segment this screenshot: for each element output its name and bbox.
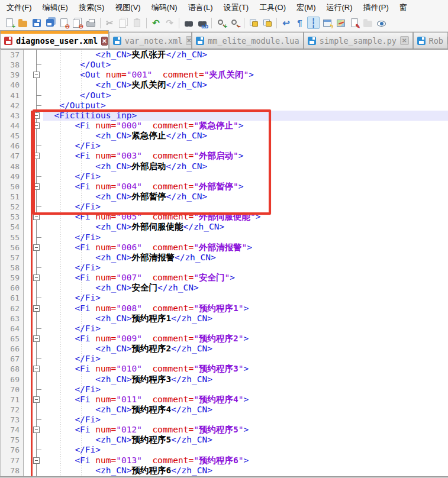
code-text: <Fi num="010" comment="预约程序3">: [43, 364, 448, 374]
fold-margin: [24, 466, 43, 476]
tab-title: mm_elite_module.lua: [208, 36, 299, 46]
line-number: 46: [1, 141, 24, 151]
tab-close-icon[interactable]: ✕: [400, 36, 409, 45]
zoom-in-button[interactable]: +: [215, 17, 227, 29]
modified-marker: [31, 263, 33, 273]
copy-button[interactable]: [117, 17, 130, 29]
redo-icon: ↷: [166, 18, 173, 27]
fold-collapse-icon[interactable]: [33, 396, 40, 403]
line-number: 51: [1, 192, 24, 202]
close-button[interactable]: ⊖: [57, 17, 70, 29]
menu-item-6[interactable]: 设置(T): [218, 1, 254, 15]
close-all-button[interactable]: ⊖: [71, 17, 83, 29]
new-file-button[interactable]: +: [3, 17, 15, 29]
menu-item-8[interactable]: 宏(M): [291, 1, 321, 15]
fold-collapse-icon[interactable]: [33, 366, 40, 372]
menu-item-0[interactable]: 文件(F): [1, 1, 37, 15]
fold-margin: [24, 385, 43, 395]
modified-marker: [31, 425, 33, 435]
macro-record-button[interactable]: ✎: [348, 17, 360, 29]
code-text: <zh_CN>外部伺服使能</zh_CN>: [43, 222, 448, 232]
tab-Rob[interactable]: Rob✕: [413, 32, 448, 49]
code-line: 38 </Out>: [1, 60, 448, 70]
code-text: <zh_CN>预约程序3</zh_CN>: [43, 374, 448, 385]
fold-margin: [24, 456, 43, 466]
undo-button[interactable]: ↶: [150, 17, 162, 29]
folder-workspace-button[interactable]: [362, 17, 374, 29]
indent-guide-button[interactable]: ┆: [307, 17, 320, 29]
save-button[interactable]: [30, 17, 43, 29]
fold-margin: [24, 91, 43, 101]
fold-margin: [24, 395, 43, 405]
fold-collapse-icon[interactable]: [33, 305, 40, 312]
modified-marker: [31, 273, 33, 283]
cut-icon: ✂: [106, 18, 114, 27]
print-button[interactable]: [85, 17, 97, 29]
sync-horizontal-icon: [263, 20, 272, 27]
fold-collapse-icon[interactable]: [33, 72, 40, 78]
line-number: 74: [1, 425, 24, 435]
paste-button[interactable]: [131, 17, 143, 29]
tab-mm_elite_module.lua[interactable]: mm_elite_module.lua✕: [192, 32, 304, 49]
save-all-button[interactable]: [44, 17, 56, 29]
fold-collapse-icon[interactable]: [33, 335, 40, 342]
menu-item-2[interactable]: 搜索(S): [73, 1, 109, 15]
replace-button[interactable]: ab: [196, 17, 208, 29]
fold-end-tick: [37, 64, 41, 65]
tab-diagnose_user.xml[interactable]: diagnose_user.xml✕: [0, 30, 109, 49]
function-list-button[interactable]: ϟ: [321, 17, 333, 29]
menu-item-10[interactable]: 插件(P): [358, 1, 394, 15]
code-text: <zh_CN>预约程序4</zh_CN>: [43, 405, 448, 415]
fold-collapse-icon[interactable]: [33, 244, 40, 251]
line-number: 69: [1, 374, 24, 385]
modified-marker: [31, 395, 33, 405]
code-line: 73 </Fi>: [1, 415, 448, 425]
annotation-red-rectangle: [33, 109, 271, 215]
sync-vertical-button[interactable]: [247, 17, 260, 29]
fold-collapse-icon[interactable]: [33, 274, 40, 281]
menu-item-9[interactable]: 运行(R): [321, 1, 357, 15]
badge-icon: −: [237, 24, 241, 30]
menu-item-3[interactable]: 视图(V): [109, 1, 146, 15]
tab-simple_sample.py[interactable]: simple_sample.py✕: [304, 32, 413, 49]
line-number: 63: [1, 314, 24, 324]
zoom-out-button[interactable]: −: [228, 17, 241, 29]
line-number: 72: [1, 405, 24, 415]
menu-item-5[interactable]: 语言(L): [183, 1, 218, 15]
code-text: </Fi>: [43, 385, 448, 395]
save-icon: [33, 19, 41, 27]
fold-margin: [24, 222, 43, 232]
code-line: 72 <zh_CN>预约程序4</zh_CN>: [1, 405, 448, 415]
word-wrap-button[interactable]: ↩: [280, 17, 292, 29]
modified-marker: [31, 324, 33, 334]
code-line: 68 <Fi num="010" comment="预约程序3">: [1, 364, 448, 374]
line-number: 49: [1, 172, 24, 182]
monitoring-button[interactable]: [375, 17, 388, 29]
find-button[interactable]: [182, 17, 195, 29]
menu-item-11[interactable]: 窗: [394, 1, 412, 15]
modified-marker: [31, 283, 33, 293]
fold-margin: [24, 283, 43, 293]
code-line: 60 <zh_CN>安全门</zh_CN>: [1, 283, 448, 293]
fold-collapse-icon[interactable]: [33, 457, 40, 464]
menu-item-7[interactable]: 工具(O): [254, 1, 291, 15]
tab-close-icon[interactable]: ✕: [101, 37, 107, 46]
show-all-chars-button[interactable]: ¶: [294, 17, 306, 29]
line-number: 42: [1, 101, 24, 111]
fold-line: [36, 314, 37, 324]
open-file-button[interactable]: [17, 17, 29, 29]
menu-item-4[interactable]: 编码(N): [146, 1, 183, 15]
document-map-button[interactable]: [334, 17, 347, 29]
fold-collapse-icon[interactable]: [33, 427, 40, 433]
fold-margin: [24, 324, 43, 334]
find-icon: [185, 21, 193, 27]
print-icon: [86, 21, 95, 27]
sync-horizontal-button[interactable]: [261, 17, 273, 29]
code-line: 69 <zh_CN>预约程序3</zh_CN>: [1, 374, 448, 385]
cut-button[interactable]: ✂: [104, 17, 116, 29]
tab-var_note.xml[interactable]: var_note.xml✕: [109, 32, 192, 49]
code-text: <Fi num="007" comment="安全门">: [43, 273, 448, 283]
redo-button[interactable]: ↷: [163, 17, 176, 29]
tab-close-icon[interactable]: ✕: [186, 36, 192, 45]
menu-item-1[interactable]: 编辑(E): [37, 1, 73, 15]
